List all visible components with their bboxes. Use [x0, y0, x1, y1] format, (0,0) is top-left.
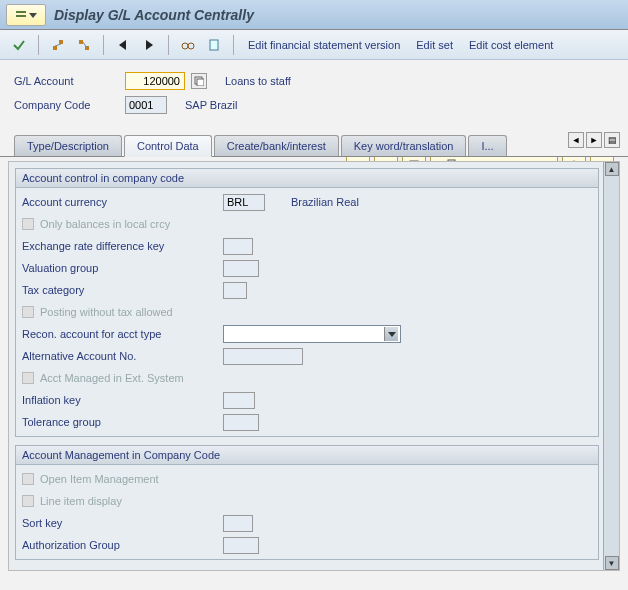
arrow-right-icon	[144, 40, 154, 50]
svg-rect-4	[59, 40, 63, 44]
vertical-scrollbar[interactable]: ▲ ▼	[603, 162, 619, 570]
group-account-control-title: Account control in company code	[16, 169, 598, 188]
menu-icon	[15, 9, 27, 21]
group-account-management: Account Management in Company Code Open …	[15, 445, 599, 560]
company-code-input[interactable]	[125, 96, 167, 114]
tab-control-data[interactable]: Control Data	[124, 135, 212, 157]
other-object-button[interactable]	[203, 34, 225, 56]
alt-account-input[interactable]	[223, 348, 303, 365]
glasses-icon	[181, 38, 195, 52]
toolbar-separator	[168, 35, 169, 55]
title-bar: Display G/L Account Centrally	[0, 0, 628, 30]
svg-marker-26	[388, 332, 396, 337]
sort-key-input[interactable]	[223, 515, 253, 532]
tabstrip: Type/Description Control Data Create/ban…	[0, 124, 628, 157]
scroll-up-button[interactable]: ▲	[605, 162, 619, 176]
hierarchy-up-button[interactable]	[47, 34, 69, 56]
svg-point-12	[188, 43, 194, 49]
svg-rect-6	[79, 40, 83, 44]
alt-account-label: Alternative Account No.	[22, 350, 217, 362]
scroll-down-button[interactable]: ▼	[605, 556, 619, 570]
svg-marker-9	[119, 40, 126, 50]
svg-line-5	[55, 44, 61, 46]
page-title: Display G/L Account Centrally	[54, 7, 254, 23]
posting-wo-tax-label: Posting without tax allowed	[40, 306, 173, 318]
tab-more[interactable]: I...	[468, 135, 506, 156]
ext-system-checkbox	[22, 372, 34, 384]
sort-key-label: Sort key	[22, 517, 217, 529]
currency-descr: Brazilian Real	[291, 196, 359, 208]
val-group-label: Valuation group	[22, 262, 217, 274]
tab-create-bank-interest[interactable]: Create/bank/interest	[214, 135, 339, 156]
check-button[interactable]	[8, 34, 30, 56]
prev-button[interactable]	[112, 34, 134, 56]
next-button[interactable]	[138, 34, 160, 56]
tax-cat-input[interactable]	[223, 282, 247, 299]
only-balances-checkbox	[22, 218, 34, 230]
document-icon	[207, 38, 221, 52]
auth-group-label: Authorization Group	[22, 539, 217, 551]
recon-combo[interactable]	[223, 325, 401, 343]
line-item-checkbox	[22, 495, 34, 507]
toolbar-separator	[233, 35, 234, 55]
app-toolbar: Edit financial statement version Edit se…	[0, 30, 628, 60]
ext-system-label: Acct Managed in Ext. System	[40, 372, 184, 384]
inflation-label: Inflation key	[22, 394, 217, 406]
tolerance-label: Tolerance group	[22, 416, 217, 428]
search-help-icon	[194, 76, 204, 86]
exch-key-label: Exchange rate difference key	[22, 240, 217, 252]
edit-fsv-link[interactable]: Edit financial statement version	[242, 39, 406, 51]
currency-label: Account currency	[22, 196, 217, 208]
chevron-down-icon	[29, 11, 37, 19]
header-area: G/L Account Loans to staff Company Code …	[0, 60, 628, 124]
recon-label: Recon. account for acct type	[22, 328, 217, 340]
open-item-checkbox	[22, 473, 34, 485]
svg-rect-14	[210, 40, 218, 50]
inflation-input[interactable]	[223, 392, 255, 409]
edit-set-link[interactable]: Edit set	[410, 39, 459, 51]
tab-content: Account control in company code Account …	[8, 161, 620, 571]
tab-type-description[interactable]: Type/Description	[14, 135, 122, 156]
chevron-down-icon	[388, 330, 396, 338]
hierarchy-up-icon	[51, 38, 65, 52]
svg-rect-0	[16, 11, 26, 13]
exch-key-input[interactable]	[223, 238, 253, 255]
val-group-input[interactable]	[223, 260, 259, 277]
svg-rect-1	[16, 15, 26, 17]
only-balances-label: Only balances in local crcy	[40, 218, 170, 230]
posting-wo-tax-checkbox	[22, 306, 34, 318]
svg-point-11	[182, 43, 188, 49]
tab-list-button[interactable]: ▤	[604, 132, 620, 148]
toolbar-separator	[103, 35, 104, 55]
group-account-management-title: Account Management in Company Code	[16, 446, 598, 465]
company-code-label: Company Code	[14, 99, 119, 111]
edit-cost-link[interactable]: Edit cost element	[463, 39, 559, 51]
arrow-left-icon	[118, 40, 128, 50]
gl-account-descr: Loans to staff	[225, 75, 291, 87]
open-item-label: Open Item Management	[40, 473, 159, 485]
svg-marker-2	[29, 13, 37, 18]
auth-group-input[interactable]	[223, 537, 259, 554]
tab-keyword-translation[interactable]: Key word/translation	[341, 135, 467, 156]
currency-input[interactable]	[223, 194, 265, 211]
tolerance-input[interactable]	[223, 414, 259, 431]
tax-cat-label: Tax category	[22, 284, 217, 296]
group-account-control: Account control in company code Account …	[15, 168, 599, 437]
svg-rect-3	[53, 46, 57, 50]
svg-marker-10	[146, 40, 153, 50]
check-icon	[12, 38, 26, 52]
gl-account-label: G/L Account	[14, 75, 119, 87]
line-item-label: Line item display	[40, 495, 122, 507]
display-change-button[interactable]	[177, 34, 199, 56]
menu-dropdown-button[interactable]	[6, 4, 46, 26]
toolbar-separator	[38, 35, 39, 55]
svg-rect-16	[197, 79, 204, 86]
hierarchy-down-button[interactable]	[73, 34, 95, 56]
company-code-descr: SAP Brazil	[185, 99, 237, 111]
hierarchy-down-icon	[77, 38, 91, 52]
search-help-button[interactable]	[191, 73, 207, 89]
tab-scroll-right[interactable]: ►	[586, 132, 602, 148]
gl-account-input[interactable]	[125, 72, 185, 90]
tab-scroll-left[interactable]: ◄	[568, 132, 584, 148]
